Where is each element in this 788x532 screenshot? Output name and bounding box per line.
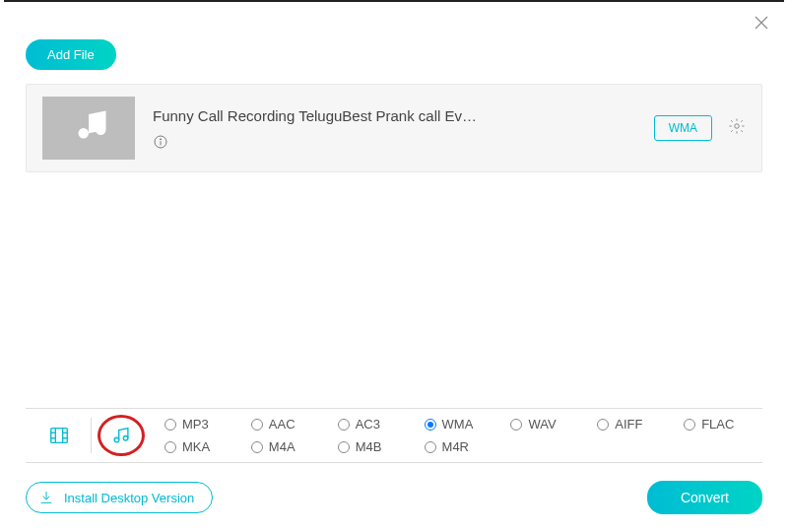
format-label: WAV <box>528 417 556 432</box>
format-option-aac[interactable]: AAC <box>251 417 330 432</box>
settings-button[interactable] <box>728 117 746 139</box>
close-icon <box>753 14 770 32</box>
music-note-icon <box>68 107 109 149</box>
format-option-wav[interactable]: WAV <box>510 417 589 432</box>
film-icon <box>48 425 70 446</box>
format-option-ac3[interactable]: AC3 <box>338 417 417 432</box>
convert-button[interactable]: Convert <box>647 481 762 514</box>
radio-icon <box>251 419 263 431</box>
format-label: MKA <box>182 439 210 454</box>
gear-icon <box>728 117 746 135</box>
radio-icon <box>164 441 176 453</box>
add-file-button[interactable]: Add File <box>26 39 116 70</box>
format-label: AIFF <box>615 417 642 432</box>
radio-icon <box>338 441 350 453</box>
install-desktop-button[interactable]: Install Desktop Version <box>26 482 213 513</box>
format-option-mp3[interactable]: MP3 <box>164 417 243 432</box>
svg-point-3 <box>735 124 740 129</box>
install-label: Install Desktop Version <box>64 491 194 505</box>
format-label: MP3 <box>182 417 209 432</box>
format-label: AAC <box>269 417 296 432</box>
format-tabs <box>26 418 147 453</box>
music-icon <box>110 425 132 446</box>
file-row: Funny Call Recording TeluguBest Prank ca… <box>26 84 762 172</box>
format-label: M4R <box>442 439 469 454</box>
svg-rect-4 <box>51 429 68 443</box>
download-icon <box>38 490 54 505</box>
radio-icon <box>338 419 350 431</box>
format-label: M4B <box>356 439 382 454</box>
audio-tab[interactable] <box>109 424 133 447</box>
format-label: WMA <box>442 417 474 432</box>
video-tab[interactable] <box>47 424 71 447</box>
radio-icon <box>684 419 695 431</box>
radio-icon <box>164 419 176 431</box>
format-option-wma[interactable]: WMA <box>425 417 503 432</box>
format-panel: MP3AACAC3WMAWAVAIFFFLACMKAM4AM4BM4R <box>26 408 762 463</box>
tab-divider <box>91 418 92 453</box>
radio-icon <box>251 441 263 453</box>
bottom-bar: Install Desktop Version Convert <box>26 481 762 514</box>
format-option-flac[interactable]: FLAC <box>684 417 762 432</box>
radio-icon <box>597 419 609 431</box>
info-button[interactable] <box>153 134 636 150</box>
info-icon <box>153 134 168 150</box>
format-option-m4r[interactable]: M4R <box>425 439 503 454</box>
format-option-m4a[interactable]: M4A <box>251 439 330 454</box>
radio-icon <box>510 419 522 431</box>
format-label: M4A <box>269 439 296 454</box>
radio-icon <box>425 441 436 453</box>
format-option-aiff[interactable]: AIFF <box>597 417 676 432</box>
output-format-badge[interactable]: WMA <box>654 115 712 141</box>
svg-point-2 <box>160 138 161 139</box>
format-label: AC3 <box>356 417 380 432</box>
file-title: Funny Call Recording TeluguBest Prank ca… <box>153 107 636 124</box>
format-label: FLAC <box>701 417 734 432</box>
file-actions: WMA <box>654 115 746 141</box>
format-option-m4b[interactable]: M4B <box>338 439 417 454</box>
close-button[interactable] <box>753 14 770 35</box>
file-meta: Funny Call Recording TeluguBest Prank ca… <box>153 107 636 150</box>
radio-icon <box>425 419 436 431</box>
file-thumbnail <box>42 97 135 160</box>
format-grid: MP3AACAC3WMAWAVAIFFFLACMKAM4AM4BM4R <box>147 417 762 454</box>
format-option-mka[interactable]: MKA <box>164 439 243 454</box>
